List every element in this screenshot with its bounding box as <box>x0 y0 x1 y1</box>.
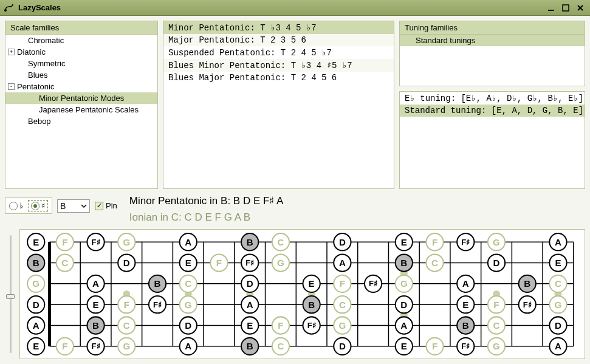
app-icon <box>4 2 15 13</box>
svg-text:G: G <box>123 237 130 247</box>
svg-text:A: A <box>400 320 407 331</box>
svg-text:B: B <box>308 300 315 310</box>
svg-text:G: G <box>277 258 284 268</box>
svg-text:D: D <box>493 258 500 268</box>
tree-item-label: Diatonic <box>17 47 46 57</box>
minimize-button[interactable] <box>545 3 557 13</box>
pin-label: Pin <box>106 201 117 210</box>
svg-text:B: B <box>400 258 407 268</box>
svg-text:B: B <box>92 320 99 331</box>
key-select[interactable]: B <box>57 199 90 213</box>
svg-text:F: F <box>278 320 283 331</box>
scale-families-tree[interactable]: Chromatic+DiatonicSymmetricBlues-Pentato… <box>5 35 157 127</box>
tree-item-label: Pentatonic <box>17 82 54 91</box>
svg-text:F: F <box>62 341 67 351</box>
scale-list-item[interactable]: Suspended Pentatonic: T 2 4 5 ♭7 <box>163 46 394 59</box>
svg-text:D: D <box>400 300 407 310</box>
scale-family-item[interactable]: -Pentatonic <box>5 81 157 92</box>
tuning-list-item[interactable]: E♭ tuning: [E♭, A♭, D♭, G♭, B♭, E♭] <box>400 92 585 105</box>
svg-text:F: F <box>340 278 345 289</box>
svg-text:E: E <box>93 300 99 310</box>
tree-item-label: Chromatic <box>28 36 64 45</box>
svg-text:F♯: F♯ <box>245 258 254 267</box>
scale-display: Minor Pentatonic in B: B D E F♯ A Ionian… <box>129 193 284 225</box>
scale-family-item[interactable]: Symmetric <box>5 58 157 69</box>
svg-text:F♯: F♯ <box>523 300 532 309</box>
scale-list-item[interactable]: Major Pentatonic: T 2 3 5 6 <box>163 34 394 46</box>
svg-text:B: B <box>154 278 161 289</box>
scale-family-item[interactable]: +Diatonic <box>5 46 157 58</box>
svg-text:C: C <box>431 258 438 268</box>
svg-text:E: E <box>401 237 407 247</box>
sharp-symbol: ♯ <box>41 201 45 210</box>
svg-text:F♯: F♯ <box>369 279 377 288</box>
svg-text:C: C <box>123 320 130 331</box>
tuning-families-header: Tuning families <box>400 21 585 35</box>
close-button[interactable] <box>574 3 586 13</box>
svg-text:D: D <box>33 300 39 310</box>
scale-family-item[interactable]: Minor Pentatonic Modes <box>5 92 157 104</box>
svg-point-0 <box>4 9 7 12</box>
svg-text:E: E <box>33 341 39 351</box>
tree-item-label: Symmetric <box>28 59 65 68</box>
collapse-icon[interactable]: - <box>8 83 15 90</box>
key-select-value: B <box>60 201 66 211</box>
flat-symbol: ♭ <box>19 201 23 210</box>
scale-list-item[interactable]: Blues Minor Pentatonic: T ♭3 4 ♯5 ♭7 <box>163 59 394 72</box>
fretboard[interactable]: EFF♯GABCDEFF♯GABCDEFF♯GABCDEGABCDEFF♯GAB… <box>19 229 585 359</box>
svg-text:F: F <box>216 258 222 268</box>
svg-text:G: G <box>493 341 500 351</box>
svg-text:A: A <box>185 237 191 247</box>
scale-families-panel: Scale families Chromatic+DiatonicSymmetr… <box>5 21 158 189</box>
scale-family-item[interactable]: Chromatic <box>5 35 157 46</box>
svg-text:G: G <box>123 341 130 351</box>
scale-family-item[interactable]: Japanese Pentatonic Scales <box>5 104 157 115</box>
tuning-family-item[interactable]: Standard tunings <box>400 35 585 46</box>
svg-text:C: C <box>277 341 284 351</box>
primary-scale-label: Minor Pentatonic in B: B D E F♯ A <box>129 193 284 209</box>
scale-list-item[interactable]: Minor Pentatonic: T ♭3 4 5 ♭7 <box>163 21 394 34</box>
svg-text:D: D <box>339 237 346 247</box>
scale-family-item[interactable]: Blues <box>5 69 157 81</box>
svg-text:G: G <box>555 300 562 310</box>
tunings-list[interactable]: E♭ tuning: [E♭, A♭, D♭, G♭, B♭, E♭]Stand… <box>399 91 585 189</box>
svg-text:A: A <box>339 258 346 268</box>
svg-text:F: F <box>432 341 437 351</box>
svg-text:B: B <box>524 278 530 289</box>
svg-text:G: G <box>185 300 192 310</box>
flat-radio[interactable]: ♭ <box>9 201 23 210</box>
svg-text:F♯: F♯ <box>92 342 100 351</box>
svg-text:F: F <box>432 237 437 247</box>
scale-families-header: Scale families <box>5 21 157 35</box>
svg-text:E: E <box>33 237 39 247</box>
svg-text:A: A <box>247 300 253 310</box>
svg-text:G: G <box>32 278 39 289</box>
scale-list-item[interactable]: Blues Major Pentatonic: T 2 4 5 6 <box>163 72 394 84</box>
svg-text:D: D <box>123 258 130 268</box>
vertical-slider[interactable] <box>5 229 16 359</box>
svg-text:G: G <box>493 237 500 247</box>
svg-text:E: E <box>462 300 468 310</box>
svg-text:C: C <box>493 320 500 331</box>
svg-text:D: D <box>247 278 253 289</box>
maximize-button[interactable] <box>560 3 572 13</box>
svg-text:B: B <box>33 258 39 268</box>
svg-text:A: A <box>185 341 191 351</box>
svg-text:B: B <box>462 320 469 331</box>
svg-text:C: C <box>185 278 191 289</box>
svg-text:C: C <box>339 300 346 310</box>
scale-family-item[interactable]: Bebop <box>5 115 157 127</box>
scale-list-panel[interactable]: Minor Pentatonic: T ♭3 4 5 ♭7Major Penta… <box>163 21 394 189</box>
expand-icon[interactable]: + <box>8 49 15 55</box>
pin-checkbox[interactable]: ✓ Pin <box>95 201 117 210</box>
tuning-families-tree[interactable]: Standard tunings <box>400 35 585 46</box>
tuning-list-item[interactable]: Standard tuning: [E, A, D, G, B, E] <box>400 105 585 117</box>
sharp-radio[interactable]: ♯ <box>28 200 48 211</box>
tuning-families-panel: Tuning families Standard tunings <box>399 21 585 86</box>
svg-text:F: F <box>62 237 67 247</box>
svg-text:A: A <box>555 237 561 247</box>
svg-text:D: D <box>339 341 346 351</box>
svg-text:C: C <box>555 278 561 289</box>
svg-text:F♯: F♯ <box>461 342 470 351</box>
svg-text:F♯: F♯ <box>461 238 470 247</box>
